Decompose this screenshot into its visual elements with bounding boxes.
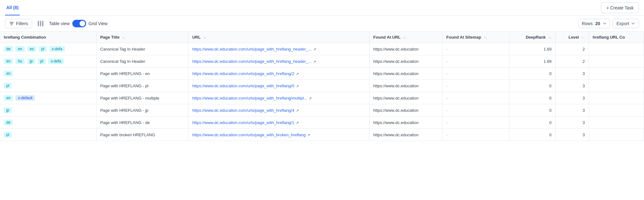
found-at-sitemap-cell: - [442,43,509,55]
hreflang-combo-cell: enhujpplx-defa [0,55,96,68]
filters-button[interactable]: Filters [5,19,32,28]
url-link[interactable]: https://www.dc.education.com/urls/page_w… [192,132,306,137]
url-link[interactable]: https://www.dc.education.com/urls/page_w… [192,120,294,125]
table-row: enx-defaultPage with HREFLANG - multiple… [0,92,644,104]
deeprank-cell: 1.69 [509,43,555,55]
col-found-at-url[interactable]: Found At URL ↑↓ [369,32,442,43]
hreflang-combo-cell: en [0,68,96,80]
rows-selector[interactable]: Rows 20 [578,19,610,28]
tab-bar: All (8) + Create Task [0,0,644,16]
hreflang-tag: jp [4,107,12,113]
columns-icon[interactable] [36,19,45,28]
url-cell[interactable]: https://www.dc.education.com/urls/page_w… [188,92,369,104]
external-link-icon: ↗ [295,72,299,76]
url-cell[interactable]: https://www.dc.education.com/urls/page_w… [188,68,369,80]
hreflang-combo-cell: deenesplx-defa [0,43,96,55]
toolbar-right: Rows 20 Export [578,19,639,28]
url-cell[interactable]: https://www.dc.education.com/urls/page_w… [188,116,369,129]
level-cell: 2 [556,55,589,68]
found-at-sitemap-cell: - [442,116,509,129]
table-header: hreflang Combination Page Title ↑↓ URL ↑… [0,32,644,43]
col-page-title[interactable]: Page Title ↑↓ [96,32,188,43]
hreflang-url-co-cell [589,55,644,68]
url-link[interactable]: https://www.dc.education.com/urls/page_w… [192,47,311,51]
found-at-url-cell: https://www.dc.education [369,129,442,141]
hreflang-url-co-cell [589,116,644,129]
view-toggle-switch[interactable] [72,20,86,27]
deeprank-cell: 1.69 [509,55,555,68]
create-task-button[interactable]: + Create Task [601,3,639,13]
chevron-down-icon [603,22,607,25]
rows-label: Rows [582,21,593,26]
level-cell: 3 [556,80,589,92]
chevron-down-icon [631,22,635,25]
hreflang-tag: pl [4,83,12,89]
url-link[interactable]: https://www.dc.education.com/urls/page_w… [192,59,311,64]
page-title-cell: Page with HREFLANG - de [96,116,188,129]
page-title-cell: Canonical Tag In Header [96,43,188,55]
hreflang-tag: en [4,58,13,64]
deeprank-cell: 0 [509,129,555,141]
external-link-icon: ↗ [295,121,299,125]
col-hreflang: hreflang Combination [0,32,96,43]
hreflang-tag: x-defa [49,46,65,52]
hreflang-combo-cell: pl [0,129,96,141]
url-cell[interactable]: https://www.dc.education.com/urls/page_w… [188,43,369,55]
hreflang-tag: pl [39,46,47,52]
level-cell: 3 [556,129,589,141]
filters-label: Filters [16,21,28,26]
hreflang-tag: de [4,46,13,52]
export-button[interactable]: Export [613,19,639,28]
found-at-sitemap-cell: - [442,68,509,80]
found-at-sitemap-cell: - [442,55,509,68]
table-row: plPage with broken HREFLANGhttps://www.d… [0,129,644,141]
table-body: deenesplx-defaCanonical Tag In Headerhtt… [0,43,644,141]
external-link-icon: ↗ [312,47,316,51]
url-cell[interactable]: https://www.dc.education.com/urls/page_w… [188,55,369,68]
filter-icon [9,21,14,26]
hreflang-tag: es [27,46,36,52]
hreflang-tag: pl [38,58,46,64]
external-link-icon: ↗ [308,96,312,100]
url-cell[interactable]: https://www.dc.education.com/urls/page_w… [188,104,369,116]
page-title-cell: Page with HREFLANG - en [96,68,188,80]
external-link-icon: ↗ [312,60,316,63]
level-cell: 2 [556,43,589,55]
external-link-icon: ↗ [306,133,310,137]
page-title-cell: Page with HREFLANG - pl [96,80,188,92]
url-link[interactable]: https://www.dc.education.com/urls/page_w… [192,96,307,100]
page-title-cell: Page with HREFLANG - jp [96,104,188,116]
table-row: deenesplx-defaCanonical Tag In Headerhtt… [0,43,644,55]
page-title-cell: Page with broken HREFLANG [96,129,188,141]
col-url[interactable]: URL ↑↓ [188,32,369,43]
found-at-url-cell: https://www.dc.education [369,43,442,55]
deeprank-cell: 0 [509,116,555,129]
url-cell[interactable]: https://www.dc.education.com/urls/page_w… [188,129,369,141]
found-at-url-cell: https://www.dc.education [369,104,442,116]
rows-count: 20 [595,21,600,26]
data-table: hreflang Combination Page Title ↑↓ URL ↑… [0,32,644,141]
col-level[interactable]: Level ↑↓ [556,32,589,43]
url-link[interactable]: https://www.dc.education.com/urls/page_w… [192,108,294,113]
export-label: Export [617,21,629,26]
url-cell[interactable]: https://www.dc.education.com/urls/page_w… [188,80,369,92]
table-container: hreflang Combination Page Title ↑↓ URL ↑… [0,32,644,141]
found-at-url-cell: https://www.dc.education [369,55,442,68]
hreflang-url-co-cell [589,80,644,92]
hreflang-combo-cell: enx-default [0,92,96,104]
col-hreflang-url-co: hreflang URL Co [589,32,644,43]
level-cell: 3 [556,92,589,104]
col-deeprank[interactable]: DeepRank ↑↓ [509,32,555,43]
tab-all[interactable]: All (8) [5,0,20,15]
view-toggle: Table view Grid View [49,20,108,27]
page-title-cell: Canonical Tag In Header [96,55,188,68]
col-found-at-sitemap[interactable]: Found At Sitemap ↑↓ [442,32,509,43]
hreflang-url-co-cell [589,68,644,80]
hreflang-tag: pl [4,132,12,138]
hreflang-tag: en [4,71,13,76]
deeprank-cell: 0 [509,104,555,116]
url-link[interactable]: https://www.dc.education.com/urls/page_w… [192,84,294,88]
hreflang-tag: en [15,46,25,52]
level-cell: 3 [556,104,589,116]
url-link[interactable]: https://www.dc.education.com/urls/page_w… [192,71,294,76]
